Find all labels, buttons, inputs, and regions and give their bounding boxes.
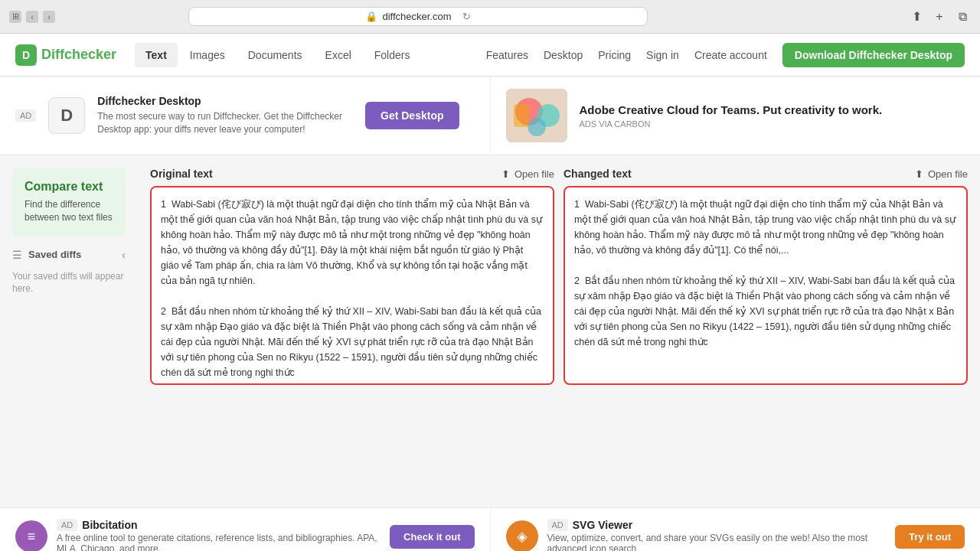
ad-via: ADS VIA CARBON	[580, 119, 965, 129]
new-tab-btn[interactable]: +	[931, 8, 948, 25]
lock-icon: 🔒	[365, 11, 377, 22]
saved-diffs-icon: ☰	[12, 249, 22, 261]
ad-right-title: Adobe Creative Cloud for Teams. Put crea…	[580, 103, 965, 116]
nav-link-desktop[interactable]: Desktop	[544, 49, 583, 61]
original-title: Original text	[150, 168, 213, 180]
changed-panel-header: Changed text ⬆ Open file	[564, 168, 968, 180]
ad-image	[506, 89, 567, 142]
check-it-out-btn[interactable]: Check it out	[390, 525, 474, 549]
sidebar-empty-text: Your saved diffs will appear here.	[12, 270, 126, 296]
ad-left: AD D Diffchecker Desktop The most secure…	[0, 77, 490, 155]
get-desktop-btn[interactable]: Get Desktop	[365, 102, 459, 129]
ad-banner: AD D Diffchecker Desktop The most secure…	[0, 77, 980, 155]
bibcitation-icon: ≡	[15, 520, 47, 551]
svg-rect-4	[514, 104, 529, 127]
svg-desc: View, optimize, convert, and share your …	[547, 533, 887, 551]
sidebar-header: ☰ Saved diffs ‹	[12, 249, 126, 261]
original-textarea[interactable]: 1 Wabi-Sabi (侘び寂び) là một thuật ngữ đại …	[150, 186, 554, 385]
svg-point-3	[528, 118, 546, 136]
original-panel-header: Original text ⬆ Open file	[150, 168, 554, 180]
nav-tab-excel[interactable]: Excel	[315, 43, 362, 67]
address-bar[interactable]: 🔒 diffchecker.com ↻	[188, 7, 648, 26]
saved-diffs-title: Saved diffs	[28, 249, 81, 260]
sidebar-toggle-btn[interactable]: ⊞	[9, 11, 21, 23]
ad-title: Diffchecker Desktop	[97, 95, 353, 107]
sidebar-toggle-icon[interactable]: ‹	[122, 249, 126, 261]
nav-link-pricing[interactable]: Pricing	[598, 49, 631, 61]
svg-viewer-icon: ◈	[506, 520, 538, 551]
bibcitation-content: AD Bibcitation A free online tool to gen…	[57, 519, 381, 551]
bibcitation-title: Bibcitation	[82, 519, 137, 531]
main: Compare text Find the difference between…	[0, 155, 980, 507]
reload-icon: ↻	[462, 11, 471, 22]
bibcitation-desc: A free online tool to generate citations…	[57, 533, 381, 551]
changed-textarea[interactable]: 1 Wabi-Sabi (侘び寂び) là một thuật ngữ đại …	[564, 186, 968, 385]
svg-content: AD SVG Viewer View, optimize, convert, a…	[547, 519, 887, 551]
logo: D Diffchecker	[15, 44, 116, 66]
ad-logo: D	[48, 97, 85, 134]
changed-panel: Changed text ⬆ Open file 1 Wabi-Sabi (侘び…	[564, 168, 968, 387]
browser-actions: ⬆ + ⧉	[908, 8, 971, 25]
nav-tabs: Text Images Documents Excel Folders	[135, 43, 420, 67]
share-btn[interactable]: ⬆	[908, 8, 925, 25]
diff-area: Original text ⬆ Open file 1 Wabi-Sabi (侘…	[138, 155, 980, 507]
logo-text: Diffchecker	[41, 47, 116, 63]
compare-title: Compare text	[24, 180, 113, 194]
ad-content: Diffchecker Desktop The most secure way …	[97, 95, 353, 136]
app: D Diffchecker Text Images Documents Exce…	[0, 34, 980, 551]
signin-link[interactable]: Sign in	[646, 49, 679, 61]
browser-chrome: ⊞ ‹ › 🔒 diffchecker.com ↻ ⬆ + ⧉	[0, 0, 980, 34]
upload-icon: ⬆	[501, 168, 510, 180]
create-account-link[interactable]: Create account	[694, 49, 767, 61]
sidebar: Compare text Find the difference between…	[0, 155, 138, 507]
svg-title: SVG Viewer	[573, 519, 632, 531]
nav-tab-text[interactable]: Text	[135, 43, 178, 67]
bottom-ads: ≡ AD Bibcitation A free online tool to g…	[0, 507, 980, 551]
nav-link-features[interactable]: Features	[486, 49, 528, 61]
ad-badge-svg: AD	[547, 519, 568, 531]
ad-desc: The most secure way to run Diffchecker. …	[97, 110, 353, 136]
upload-icon-changed: ⬆	[915, 168, 923, 180]
open-file-original-btn[interactable]: ⬆ Open file	[501, 168, 554, 180]
bottom-ad-svg: ◈ AD SVG Viewer View, optimize, convert,…	[490, 508, 981, 551]
nav-tab-documents[interactable]: Documents	[237, 43, 313, 67]
back-btn[interactable]: ‹	[26, 11, 38, 23]
ad-badge-left: AD	[15, 109, 36, 122]
nav-right: Features Desktop Pricing Sign in Create …	[486, 43, 965, 67]
download-btn[interactable]: Download Diffchecker Desktop	[782, 43, 965, 67]
diff-panels: Original text ⬆ Open file 1 Wabi-Sabi (侘…	[150, 168, 968, 387]
open-file-changed-btn[interactable]: ⬆ Open file	[915, 168, 968, 180]
forward-btn[interactable]: ›	[43, 11, 55, 23]
ad-badge-bibcitation: AD	[57, 519, 77, 531]
ad-right: Adobe Creative Cloud for Teams. Put crea…	[490, 77, 981, 155]
compare-box: Compare text Find the difference between…	[12, 168, 126, 236]
url-text: diffchecker.com	[382, 11, 451, 22]
split-view-btn[interactable]: ⧉	[954, 8, 971, 25]
nav-tab-images[interactable]: Images	[179, 43, 236, 67]
changed-title: Changed text	[564, 168, 632, 180]
logo-icon: D	[15, 44, 37, 66]
compare-desc: Find the difference between two text fil…	[24, 198, 113, 224]
try-it-out-btn[interactable]: Try it out	[895, 525, 965, 549]
ad-right-content: Adobe Creative Cloud for Teams. Put crea…	[580, 103, 965, 129]
bottom-ad-bibcitation: ≡ AD Bibcitation A free online tool to g…	[0, 508, 490, 551]
browser-controls: ⊞ ‹ ›	[9, 11, 55, 23]
nav-tab-folders[interactable]: Folders	[364, 43, 421, 67]
original-panel: Original text ⬆ Open file 1 Wabi-Sabi (侘…	[150, 168, 554, 387]
nav: D Diffchecker Text Images Documents Exce…	[0, 34, 980, 77]
